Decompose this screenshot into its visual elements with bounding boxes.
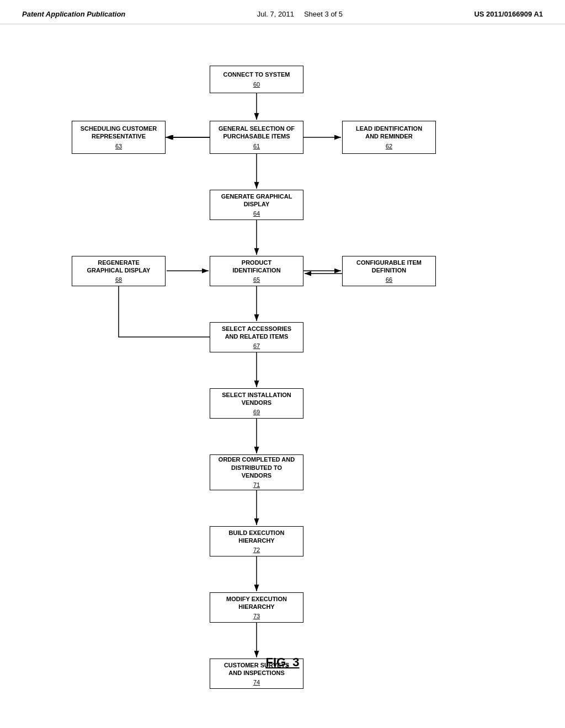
box-connect-num: 60	[253, 81, 260, 88]
box-accessories-num: 67	[253, 342, 260, 350]
box-modify-label: MODIFY EXECUTIONHIERARCHY	[226, 595, 287, 611]
box-build-num: 72	[253, 546, 260, 554]
box-regenerate: REGENERATEGRAPHICAL DISPLAY 68	[72, 256, 166, 286]
box-vendors: SELECT INSTALLATIONVENDORS 69	[210, 388, 303, 419]
box-order-num: 71	[253, 481, 260, 489]
page-header: Patent Application Publication Jul. 7, 2…	[0, 0, 565, 24]
box-vendors-num: 69	[253, 408, 260, 416]
box-generate-num: 64	[253, 210, 260, 217]
box-connect: CONNECT TO SYSTEM 60	[210, 66, 303, 93]
box-build-label: BUILD EXECUTIONHIERARCHY	[229, 529, 285, 545]
box-regenerate-num: 68	[115, 276, 122, 283]
box-generate: GENERATE GRAPHICALDISPLAY 64	[210, 190, 303, 220]
diagram-area: CONNECT TO SYSTEM 60 GENERAL SELECTION O…	[0, 24, 565, 686]
box-general-num: 61	[253, 142, 260, 150]
box-order-label: ORDER COMPLETED ANDDISTRIBUTED TOVENDORS	[218, 456, 295, 479]
header-left: Patent Application Publication	[22, 10, 125, 18]
box-lead-label: LEAD IDENTIFICATIONAND REMINDER	[356, 125, 422, 141]
box-product: PRODUCTIDENTIFICATION 65	[210, 256, 303, 286]
box-accessories: SELECT ACCESSORIESAND RELATED ITEMS 67	[210, 322, 303, 352]
box-general: GENERAL SELECTION OFPURCHASABLE ITEMS 61	[210, 121, 303, 154]
box-general-label: GENERAL SELECTION OFPURCHASABLE ITEMS	[218, 125, 295, 141]
box-vendors-label: SELECT INSTALLATIONVENDORS	[222, 391, 291, 407]
header-right: US 2011/0166909 A1	[474, 10, 543, 18]
box-modify-num: 73	[253, 612, 260, 620]
box-order: ORDER COMPLETED ANDDISTRIBUTED TOVENDORS…	[210, 454, 303, 490]
box-configurable: CONFIGURABLE ITEMDEFINITION 66	[342, 256, 436, 286]
header-center: Jul. 7, 2011 Sheet 3 of 5	[257, 10, 343, 18]
fig-label: FIG. 3	[265, 655, 299, 670]
box-modify: MODIFY EXECUTIONHIERARCHY 73	[210, 592, 303, 623]
box-accessories-label: SELECT ACCESSORIESAND RELATED ITEMS	[222, 325, 291, 341]
box-configurable-label: CONFIGURABLE ITEMDEFINITION	[356, 259, 422, 275]
box-lead: LEAD IDENTIFICATIONAND REMINDER 62	[342, 121, 436, 154]
box-configurable-num: 66	[386, 276, 392, 283]
box-surveys-num: 74	[253, 678, 260, 686]
box-connect-label: CONNECT TO SYSTEM	[223, 71, 290, 78]
box-lead-num: 62	[386, 142, 392, 150]
box-product-label: PRODUCTIDENTIFICATION	[232, 259, 280, 275]
box-scheduling-label: SCHEDULING CUSTOMERREPRESENTATIVE	[81, 125, 157, 141]
box-scheduling: SCHEDULING CUSTOMERREPRESENTATIVE 63	[72, 121, 166, 154]
box-generate-label: GENERATE GRAPHICALDISPLAY	[221, 192, 292, 208]
box-regenerate-label: REGENERATEGRAPHICAL DISPLAY	[87, 259, 151, 275]
box-scheduling-num: 63	[115, 142, 122, 150]
box-product-num: 65	[253, 276, 260, 283]
box-build: BUILD EXECUTIONHIERARCHY 72	[210, 526, 303, 556]
